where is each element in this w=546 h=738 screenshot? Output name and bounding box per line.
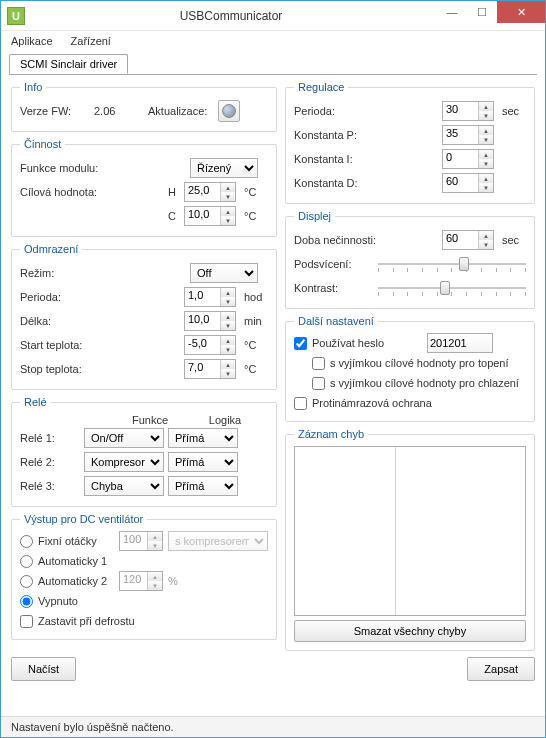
- group-fan: Výstup pro DC ventilátor Fixní otáčky100…: [11, 513, 277, 640]
- defrost-length-label: Délka:: [20, 315, 120, 327]
- defrost-period-spin[interactable]: 1,0▲▼: [184, 287, 236, 307]
- relay1-logic[interactable]: Přímá: [168, 428, 238, 448]
- fan-fixed-spin[interactable]: 100▲▼: [119, 531, 163, 551]
- h-spin[interactable]: 25,0▲▼: [184, 182, 236, 202]
- group-other: Další nastavení Používat heslo s vyjímko…: [285, 315, 535, 422]
- pwd-label: Používat heslo: [312, 337, 422, 349]
- module-select[interactable]: Řízený: [190, 158, 258, 178]
- fan-auto2-unit: %: [168, 575, 178, 587]
- clear-errors-button[interactable]: Smazat všechny chyby: [294, 620, 526, 642]
- legend-other: Další nastavení: [294, 315, 378, 327]
- backlight-slider[interactable]: [378, 254, 526, 274]
- defrost-period-unit: hod: [240, 291, 268, 303]
- error-log-box: [294, 446, 526, 616]
- fan-fixed-radio[interactable]: [20, 535, 33, 548]
- relay1-label: Relé 1:: [20, 432, 80, 444]
- reg-i-label: Konstanta I:: [294, 153, 394, 165]
- except-heat-check[interactable]: [312, 357, 325, 370]
- defrost-start-unit: °C: [240, 339, 268, 351]
- fan-fixed-select[interactable]: s kompresorem: [168, 531, 268, 551]
- close-button[interactable]: ✕: [497, 1, 545, 23]
- fan-auto2-radio[interactable]: [20, 575, 33, 588]
- defrost-period-label: Perioda:: [20, 291, 120, 303]
- defrost-length-unit: min: [240, 315, 268, 327]
- app-icon: U: [7, 7, 25, 25]
- relay3-logic[interactable]: Přímá: [168, 476, 238, 496]
- reg-d-label: Konstanta D:: [294, 177, 394, 189]
- reg-i-spin[interactable]: 0▲▼: [442, 149, 494, 169]
- antifreeze-label: Protinámrazová ochrana: [312, 397, 432, 409]
- disp-idle-unit: sec: [498, 234, 526, 246]
- fan-fixed-label: Fixní otáčky: [38, 535, 114, 547]
- pwd-check[interactable]: [294, 337, 307, 350]
- reg-p-spin[interactable]: 35▲▼: [442, 125, 494, 145]
- antifreeze-check[interactable]: [294, 397, 307, 410]
- update-button[interactable]: [218, 100, 240, 122]
- fan-stop-label: Zastavit při defrostu: [38, 615, 135, 627]
- tabstrip: SCMI Sinclair driver: [9, 53, 537, 75]
- legend-activity: Činnost: [20, 138, 65, 150]
- relay1-func[interactable]: On/Off: [84, 428, 164, 448]
- group-errors: Záznam chyb Smazat všechny chyby: [285, 428, 535, 651]
- disp-idle-label: Doba nečinnosti:: [294, 234, 394, 246]
- menu-app[interactable]: Aplikace: [11, 35, 53, 47]
- globe-icon: [222, 104, 236, 118]
- legend-errors: Záznam chyb: [294, 428, 368, 440]
- group-info: Info Verze FW: 2.06 Aktualizace:: [11, 81, 277, 132]
- fan-auto2-spin[interactable]: 120▲▼: [119, 571, 163, 591]
- h-unit: °C: [240, 186, 268, 198]
- group-display: Displej Doba nečinnosti:60▲▼sec Podsvíce…: [285, 210, 535, 309]
- titlebar: U USBCommunicator — ☐ ✕: [1, 1, 545, 31]
- menu-device[interactable]: Zařízení: [71, 35, 111, 47]
- maximize-button[interactable]: ☐: [467, 1, 497, 23]
- backlight-label: Podsvícení:: [294, 258, 374, 270]
- relay2-func[interactable]: Kompresor: [84, 452, 164, 472]
- except-cool-check[interactable]: [312, 377, 325, 390]
- tab-scmi[interactable]: SCMI Sinclair driver: [9, 54, 128, 74]
- fan-auto2-label: Automaticky 2: [38, 575, 114, 587]
- except-heat-label: s vyjímkou cílové hodnoty pro topení: [330, 357, 509, 369]
- fan-stop-check[interactable]: [20, 615, 33, 628]
- group-regulation: Regulace Perioda:30▲▼sec Konstanta P:35▲…: [285, 81, 535, 204]
- fan-auto1-radio[interactable]: [20, 555, 33, 568]
- h-label: H: [162, 186, 180, 198]
- write-button[interactable]: Zapsat: [467, 657, 535, 681]
- c-label: C: [162, 210, 180, 222]
- reg-d-spin[interactable]: 60▲▼: [442, 173, 494, 193]
- defrost-length-spin[interactable]: 10,0▲▼: [184, 311, 236, 331]
- reg-period-label: Perioda:: [294, 105, 394, 117]
- relay-col-func: Funkce: [110, 414, 190, 426]
- legend-regulation: Regulace: [294, 81, 348, 93]
- group-activity: Činnost Funkce modulu: Řízený Cílová hod…: [11, 138, 277, 237]
- except-cool-label: s vyjímkou cílové hodnoty pro chlazení: [330, 377, 519, 389]
- relay-col-logic: Logika: [190, 414, 260, 426]
- pwd-input[interactable]: [427, 333, 493, 353]
- defrost-stop-unit: °C: [240, 363, 268, 375]
- menubar: Aplikace Zařízení: [1, 31, 545, 51]
- defrost-stop-label: Stop teplota:: [20, 363, 120, 375]
- update-label: Aktualizace:: [148, 105, 214, 117]
- module-label: Funkce modulu:: [20, 162, 120, 174]
- fw-value: 2.06: [94, 105, 144, 117]
- relay2-logic[interactable]: Přímá: [168, 452, 238, 472]
- c-spin[interactable]: 10,0▲▼: [184, 206, 236, 226]
- defrost-start-label: Start teplota:: [20, 339, 120, 351]
- defrost-mode-select[interactable]: Off: [190, 263, 258, 283]
- group-relay: Relé Funkce Logika Relé 1:On/OffPřímá Re…: [11, 396, 277, 507]
- read-button[interactable]: Načíst: [11, 657, 76, 681]
- defrost-start-spin[interactable]: -5,0▲▼: [184, 335, 236, 355]
- reg-period-spin[interactable]: 30▲▼: [442, 101, 494, 121]
- contrast-slider[interactable]: [378, 278, 526, 298]
- window-title: USBCommunicator: [25, 9, 437, 23]
- status-bar: Nastavení bylo úspěšně načteno.: [1, 716, 545, 737]
- fan-off-radio[interactable]: [20, 595, 33, 608]
- defrost-mode-label: Režim:: [20, 267, 120, 279]
- relay2-label: Relé 2:: [20, 456, 80, 468]
- relay3-func[interactable]: Chyba: [84, 476, 164, 496]
- disp-idle-spin[interactable]: 60▲▼: [442, 230, 494, 250]
- target-label: Cílová hodnota:: [20, 186, 120, 198]
- minimize-button[interactable]: —: [437, 1, 467, 23]
- legend-relay: Relé: [20, 396, 51, 408]
- defrost-stop-spin[interactable]: 7,0▲▼: [184, 359, 236, 379]
- group-defrost: Odmrazení Režim:Off Perioda:1,0▲▼hod Dél…: [11, 243, 277, 390]
